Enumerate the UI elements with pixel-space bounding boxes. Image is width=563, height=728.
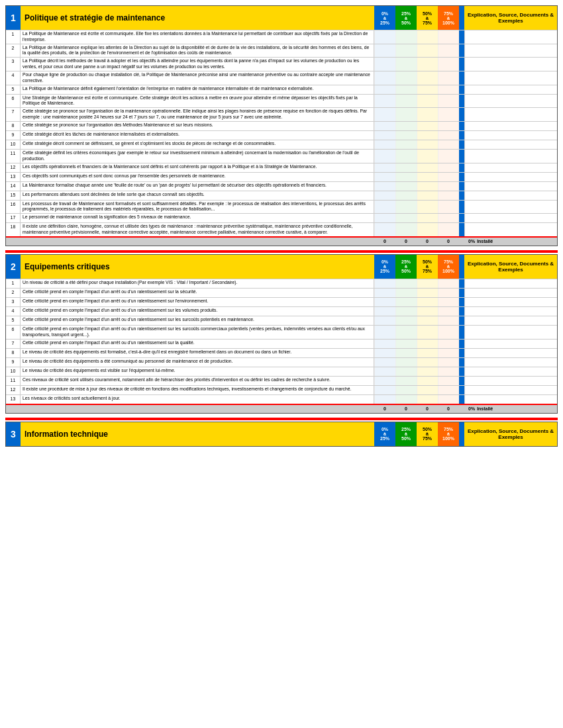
item-score-s1[interactable]: [374, 131, 395, 140]
item-score-s3[interactable]: [417, 44, 438, 58]
item-score-s1[interactable]: [374, 340, 395, 348]
item-score-s2[interactable]: [395, 131, 417, 140]
item-score-s2[interactable]: [395, 191, 417, 200]
item-explication-cell[interactable]: [464, 191, 557, 200]
item-score-s2[interactable]: [395, 58, 417, 71]
item-score-s2[interactable]: [395, 395, 417, 404]
item-score-s4[interactable]: [438, 131, 459, 140]
item-score-s2[interactable]: [395, 30, 417, 44]
item-explication-cell[interactable]: [464, 95, 557, 108]
item-score-s4[interactable]: [438, 316, 459, 325]
item-score-s1[interactable]: [374, 95, 395, 108]
item-score-s2[interactable]: [395, 122, 417, 130]
item-score-s3[interactable]: [417, 349, 438, 357]
item-score-s4[interactable]: [438, 307, 459, 316]
item-score-s2[interactable]: [395, 150, 417, 163]
item-score-s1[interactable]: [374, 191, 395, 200]
item-explication-cell[interactable]: [464, 279, 557, 288]
item-score-s3[interactable]: [417, 140, 438, 149]
item-score-s2[interactable]: [395, 316, 417, 325]
item-score-s4[interactable]: [438, 223, 459, 236]
item-score-s4[interactable]: [438, 71, 459, 85]
item-score-s3[interactable]: [417, 298, 438, 306]
item-score-s3[interactable]: [417, 191, 438, 200]
item-score-s2[interactable]: [395, 307, 417, 316]
item-score-s1[interactable]: [374, 44, 395, 58]
item-score-s3[interactable]: [417, 108, 438, 121]
item-score-s3[interactable]: [417, 131, 438, 140]
item-score-s3[interactable]: [417, 95, 438, 108]
item-explication-cell[interactable]: [464, 85, 557, 94]
item-score-s1[interactable]: [374, 58, 395, 71]
item-score-s1[interactable]: [374, 307, 395, 316]
item-score-s1[interactable]: [374, 140, 395, 149]
item-score-s3[interactable]: [417, 214, 438, 222]
item-score-s4[interactable]: [438, 122, 459, 130]
item-score-s3[interactable]: [417, 58, 438, 71]
item-score-s3[interactable]: [417, 367, 438, 376]
item-score-s1[interactable]: [374, 85, 395, 94]
item-explication-cell[interactable]: [464, 326, 557, 339]
item-score-s2[interactable]: [395, 367, 417, 376]
item-score-s3[interactable]: [417, 150, 438, 163]
item-explication-cell[interactable]: [464, 182, 557, 191]
item-score-s4[interactable]: [438, 340, 459, 348]
item-score-s4[interactable]: [438, 30, 459, 44]
item-explication-cell[interactable]: [464, 367, 557, 376]
item-score-s4[interactable]: [438, 108, 459, 121]
item-score-s1[interactable]: [374, 30, 395, 44]
item-score-s2[interactable]: [395, 85, 417, 94]
item-score-s1[interactable]: [374, 223, 395, 236]
item-score-s3[interactable]: [417, 340, 438, 348]
item-score-s4[interactable]: [438, 279, 459, 288]
item-score-s2[interactable]: [395, 298, 417, 306]
item-score-s3[interactable]: [417, 386, 438, 394]
item-explication-cell[interactable]: [464, 223, 557, 236]
item-score-s4[interactable]: [438, 201, 459, 214]
item-explication-cell[interactable]: [464, 163, 557, 172]
item-score-s4[interactable]: [438, 85, 459, 94]
item-explication-cell[interactable]: [464, 173, 557, 181]
item-score-s2[interactable]: [395, 95, 417, 108]
item-score-s2[interactable]: [395, 71, 417, 85]
item-explication-cell[interactable]: [464, 377, 557, 385]
item-score-s1[interactable]: [374, 173, 395, 181]
item-score-s2[interactable]: [395, 340, 417, 348]
item-score-s3[interactable]: [417, 358, 438, 367]
item-score-s4[interactable]: [438, 173, 459, 181]
item-score-s4[interactable]: [438, 150, 459, 163]
item-explication-cell[interactable]: [464, 58, 557, 71]
item-score-s2[interactable]: [395, 173, 417, 181]
item-score-s3[interactable]: [417, 395, 438, 404]
item-explication-cell[interactable]: [464, 150, 557, 163]
item-score-s4[interactable]: [438, 140, 459, 149]
item-explication-cell[interactable]: [464, 131, 557, 140]
item-score-s3[interactable]: [417, 71, 438, 85]
item-score-s1[interactable]: [374, 377, 395, 385]
item-score-s4[interactable]: [438, 214, 459, 222]
item-explication-cell[interactable]: [464, 108, 557, 121]
item-score-s4[interactable]: [438, 326, 459, 339]
item-score-s4[interactable]: [438, 349, 459, 357]
item-score-s3[interactable]: [417, 163, 438, 172]
item-score-s4[interactable]: [438, 163, 459, 172]
item-explication-cell[interactable]: [464, 30, 557, 44]
item-score-s3[interactable]: [417, 326, 438, 339]
item-score-s4[interactable]: [438, 58, 459, 71]
item-score-s2[interactable]: [395, 223, 417, 236]
item-score-s3[interactable]: [417, 377, 438, 385]
item-score-s4[interactable]: [438, 377, 459, 385]
item-score-s4[interactable]: [438, 358, 459, 367]
item-score-s1[interactable]: [374, 108, 395, 121]
item-score-s1[interactable]: [374, 150, 395, 163]
item-score-s3[interactable]: [417, 182, 438, 191]
item-explication-cell[interactable]: [464, 122, 557, 130]
item-score-s2[interactable]: [395, 386, 417, 394]
item-score-s4[interactable]: [438, 289, 459, 297]
item-score-s2[interactable]: [395, 289, 417, 297]
item-score-s3[interactable]: [417, 173, 438, 181]
item-explication-cell[interactable]: [464, 201, 557, 214]
item-explication-cell[interactable]: [464, 289, 557, 297]
item-explication-cell[interactable]: [464, 307, 557, 316]
item-score-s1[interactable]: [374, 122, 395, 130]
